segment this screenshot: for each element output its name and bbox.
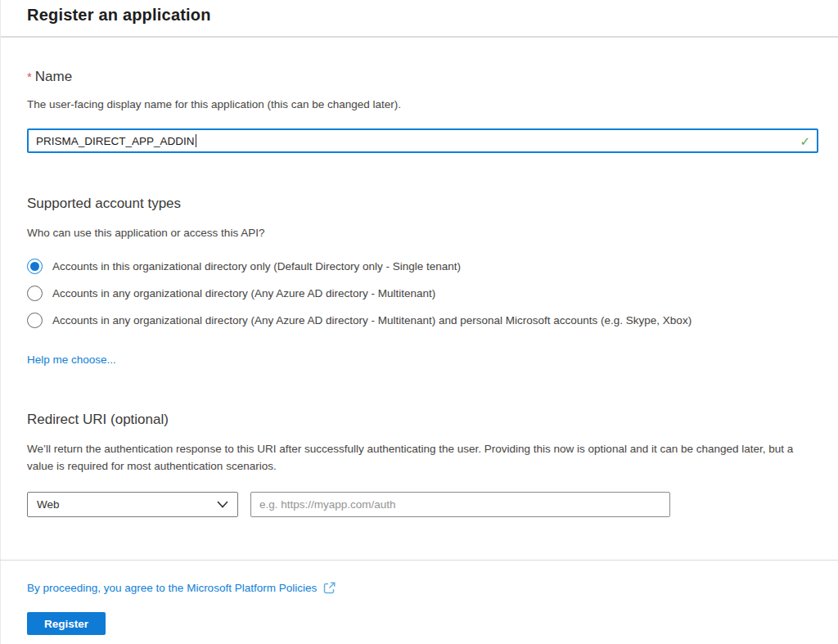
redirect-uri-controls: Web <box>27 492 818 517</box>
radio-multitenant[interactable]: Accounts in any organizational directory… <box>27 286 818 301</box>
radio-multitenant-personal[interactable]: Accounts in any organizational directory… <box>27 313 818 328</box>
account-types-heading: Supported account types <box>27 196 818 212</box>
external-link-icon <box>322 581 336 595</box>
radio-label: Accounts in this organizational director… <box>52 260 461 272</box>
page-header: Register an application <box>1 0 838 38</box>
redirect-uri-heading: Redirect URI (optional) <box>27 412 818 428</box>
radio-selected-icon[interactable] <box>27 259 43 274</box>
page-title: Register an application <box>27 6 838 25</box>
text-caret <box>196 134 196 147</box>
radio-label: Accounts in any organizational directory… <box>52 314 692 327</box>
radio-single-tenant[interactable]: Accounts in this organizational director… <box>27 259 818 274</box>
account-types-radio-group: Accounts in this organizational director… <box>27 259 818 328</box>
platform-policies-link[interactable]: By proceeding, you agree to the Microsof… <box>27 582 317 594</box>
required-asterisk: * <box>27 70 32 83</box>
app-name-input[interactable]: PRISMA_DIRECT_APP_ADDIN <box>27 128 818 153</box>
policy-row: By proceeding, you agree to the Microsof… <box>27 581 818 595</box>
redirect-uri-description: We’ll return the authentication response… <box>27 440 814 475</box>
redirect-uri-input[interactable] <box>250 492 670 517</box>
name-input-wrap: PRISMA_DIRECT_APP_ADDIN ✓ <box>27 128 818 153</box>
radio-unselected-icon[interactable] <box>27 286 43 301</box>
supported-account-types-section: Supported account types Who can use this… <box>27 196 818 366</box>
chevron-down-icon <box>217 501 228 508</box>
account-types-question: Who can use this application or access t… <box>27 224 818 241</box>
footer-divider <box>0 560 838 561</box>
help-me-choose-link[interactable]: Help me choose... <box>27 354 116 366</box>
redirect-uri-section: Redirect URI (optional) We’ll return the… <box>27 412 818 517</box>
page-content: *Name The user-facing display name for t… <box>1 69 838 635</box>
name-label: *Name <box>27 69 818 85</box>
radio-label: Accounts in any organizational directory… <box>52 287 435 299</box>
name-label-text: Name <box>35 69 72 84</box>
name-section: *Name The user-facing display name for t… <box>27 69 818 153</box>
radio-unselected-icon[interactable] <box>27 313 43 328</box>
platform-select[interactable]: Web <box>27 492 238 517</box>
platform-select-value: Web <box>37 498 60 511</box>
app-name-value: PRISMA_DIRECT_APP_ADDIN <box>36 135 195 147</box>
register-button[interactable]: Register <box>27 612 106 635</box>
register-application-page: Register an application *Name The user-f… <box>0 0 838 644</box>
checkmark-icon: ✓ <box>800 134 810 149</box>
name-description: The user-facing display name for this ap… <box>27 96 818 113</box>
